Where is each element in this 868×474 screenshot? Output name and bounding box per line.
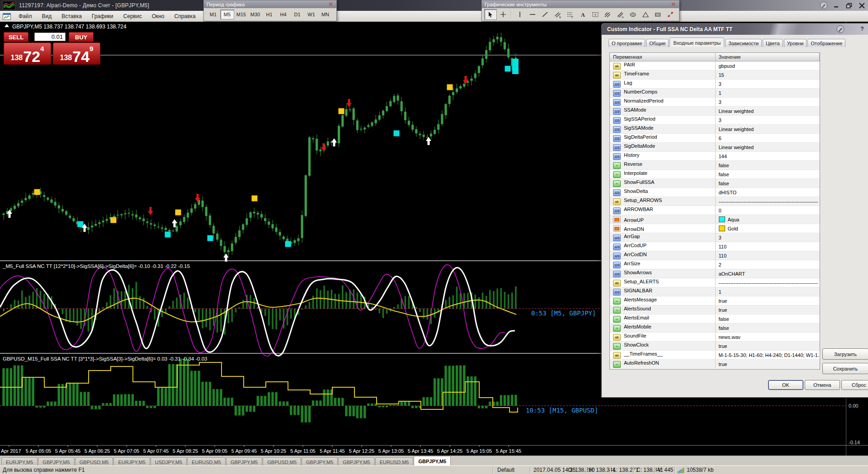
param-value-cell[interactable]: true bbox=[715, 342, 820, 351]
buy-button[interactable]: BUY bbox=[69, 32, 94, 42]
menu-item-файл[interactable]: Файл bbox=[14, 11, 37, 21]
tool-fibo-retracement-icon[interactable]: F bbox=[564, 9, 576, 20]
tool-fibo-channel-icon[interactable]: G bbox=[614, 9, 627, 20]
param-value-cell[interactable]: Linear weighted bbox=[715, 143, 820, 152]
param-row[interactable]: abSoundFilenews.wav bbox=[610, 333, 820, 342]
menu-item-справка[interactable]: Справка bbox=[170, 11, 201, 21]
dialog-tab-2[interactable]: Общие bbox=[646, 39, 669, 47]
param-row[interactable]: ~Reversefalse bbox=[610, 161, 820, 170]
chart-tab-EURUSD,M5[interactable]: EURUSD,M5 bbox=[375, 457, 414, 466]
param-value-cell[interactable]: 3 bbox=[715, 116, 820, 125]
menu-item-сервис[interactable]: Сервис bbox=[118, 11, 147, 21]
menu-item-вид[interactable]: Вид bbox=[37, 11, 57, 21]
chart-tab-GBPJPY,M5[interactable]: GBPJPY,M5 bbox=[226, 457, 262, 466]
param-row[interactable]: abTimeFrame15 bbox=[610, 70, 820, 80]
chart-window-icon[interactable] bbox=[3, 13, 11, 20]
tool-rectangle-icon[interactable] bbox=[652, 9, 665, 20]
param-value-cell[interactable]: true bbox=[715, 296, 820, 305]
close-icon[interactable] bbox=[327, 2, 334, 7]
param-value-cell[interactable]: 6 bbox=[715, 134, 820, 143]
load-button[interactable]: Загрузить bbox=[822, 348, 868, 360]
tool-arrow-tools-icon[interactable] bbox=[664, 9, 677, 20]
param-value-cell[interactable]: news.wav bbox=[715, 333, 820, 342]
param-row[interactable]: 123History144 bbox=[610, 152, 820, 161]
tool-andrews-pitchfork-icon[interactable] bbox=[602, 9, 614, 20]
tool-equidistant-channel-icon[interactable]: E bbox=[552, 9, 564, 20]
param-row[interactable]: abPAIRgbpusd bbox=[610, 61, 820, 70]
param-value-cell[interactable]: 3 bbox=[715, 233, 820, 242]
tool-text-label-icon[interactable]: T bbox=[589, 9, 602, 20]
period-button-D1[interactable]: D1 bbox=[290, 9, 304, 19]
chart-tab-GBPJPY,M5[interactable]: GBPJPY,M5 bbox=[338, 457, 374, 466]
chart-tab-GBPJPY,M5[interactable]: GBPJPY,M5 bbox=[38, 457, 74, 466]
param-value-cell[interactable]: dHISTO bbox=[715, 188, 820, 197]
dialog-tab-4[interactable]: Зависимости bbox=[725, 39, 762, 47]
param-row[interactable]: ~ShowFullSSAfalse bbox=[610, 179, 820, 188]
param-value-cell[interactable]: 110 bbox=[715, 242, 820, 251]
status-profile[interactable]: Default bbox=[497, 467, 514, 473]
chart-tab-EURJPY,M5[interactable]: EURJPY,M5 bbox=[1, 457, 38, 466]
param-value-cell[interactable]: 0 bbox=[715, 206, 820, 215]
tool-ellipse-icon[interactable] bbox=[627, 9, 639, 20]
chart-tab-USDJPY,M5[interactable]: USDJPY,M5 bbox=[151, 457, 187, 466]
menu-item-графики[interactable]: Графики bbox=[87, 11, 118, 21]
tool-text-icon[interactable]: A bbox=[576, 9, 589, 20]
param-value-cell[interactable]: false bbox=[715, 170, 820, 179]
param-row[interactable]: 123SigSSAPeriod3 bbox=[610, 116, 820, 125]
chart-tab-EURUSD,M5[interactable]: EURUSD,M5 bbox=[187, 457, 226, 466]
dialog-titlebar[interactable]: Custom Indicator - Full SSA NC Delta AA … bbox=[602, 23, 868, 35]
param-value-cell[interactable]: 3 bbox=[715, 98, 820, 107]
param-row[interactable]: 123SSAModeLinear weighted bbox=[610, 107, 820, 116]
volume-input[interactable] bbox=[34, 33, 66, 41]
dialog-tab-6[interactable]: Уровни bbox=[784, 39, 807, 47]
param-row[interactable]: ArrowDNGold bbox=[610, 224, 820, 233]
window-titlebar[interactable]: 11297197: Alpari-Demo - Демо Счет - [GBP… bbox=[0, 0, 868, 11]
param-row[interactable]: 123ArrCodDN110 bbox=[610, 251, 820, 260]
restore-button[interactable] bbox=[844, 1, 854, 9]
graphic-toolbar-titlebar[interactable]: Графические инструменты bbox=[482, 0, 679, 8]
param-row[interactable]: ~AlertsMessagetrue bbox=[610, 296, 820, 305]
param-value-cell[interactable]: 2 bbox=[715, 260, 820, 269]
period-button-M30[interactable]: M30 bbox=[248, 9, 262, 19]
reset-button[interactable]: Сброс bbox=[841, 380, 868, 390]
param-value-cell[interactable]: false bbox=[715, 179, 820, 188]
column-header-variable[interactable]: Переменная bbox=[610, 53, 715, 61]
dialog-tab-5[interactable]: Цвета bbox=[763, 39, 783, 47]
parameters-table[interactable]: Переменная Значение abPAIRgbpusdabTimeFr… bbox=[609, 52, 820, 370]
param-value-cell[interactable]: 1 bbox=[715, 287, 820, 296]
param-value-cell[interactable]: 3 bbox=[715, 80, 820, 89]
sell-price-button[interactable]: 138724 bbox=[4, 42, 51, 65]
menu-item-окно[interactable]: Окно bbox=[147, 11, 170, 21]
tool-crosshair-icon[interactable] bbox=[497, 9, 509, 20]
param-value-cell[interactable]: ----------------------------------------… bbox=[715, 278, 820, 287]
dialog-tab-1[interactable]: О программе bbox=[609, 39, 645, 47]
param-row[interactable]: ~AlertsSoundtrue bbox=[610, 305, 820, 314]
close-icon[interactable] bbox=[670, 2, 676, 7]
sell-button[interactable]: SELL bbox=[4, 32, 28, 42]
chart-tab-GBPUSD,M5[interactable]: GBPUSD,M5 bbox=[263, 457, 301, 466]
menu-item-вставка[interactable]: Вставка bbox=[57, 11, 87, 21]
param-value-cell[interactable]: Aqua bbox=[715, 215, 820, 224]
param-value-cell[interactable]: 1 bbox=[715, 89, 820, 98]
param-row[interactable]: 123ARROWBAR0 bbox=[610, 206, 820, 215]
param-value-cell[interactable]: false bbox=[715, 314, 820, 324]
param-row[interactable]: ~AlertsMobilefalse bbox=[610, 324, 820, 333]
period-button-H1[interactable]: H1 bbox=[262, 9, 276, 19]
param-row[interactable]: 123ArrCodUP110 bbox=[610, 242, 820, 251]
param-value-cell[interactable]: 144 bbox=[715, 152, 820, 161]
dialog-tab-7[interactable]: Отображение bbox=[807, 39, 845, 47]
param-row[interactable]: 123SigSSAModeLinear weighted bbox=[610, 125, 820, 134]
param-row[interactable]: 123Lag3 bbox=[610, 80, 820, 89]
tool-vertical-line-icon[interactable] bbox=[514, 9, 526, 20]
period-button-M15[interactable]: M15 bbox=[234, 9, 248, 19]
save-button[interactable]: Сохранить bbox=[822, 363, 868, 374]
param-value-cell[interactable]: true bbox=[715, 305, 820, 314]
dialog-tab-3[interactable]: Входные параметры bbox=[670, 38, 724, 47]
help-button[interactable]: ? bbox=[860, 25, 864, 32]
param-row[interactable]: ~ShowClocktrue bbox=[610, 342, 820, 351]
param-row[interactable]: 123SigDeltaModeLinear weighted bbox=[610, 143, 820, 152]
param-value-cell[interactable]: gbpusd bbox=[715, 61, 820, 70]
param-value-cell[interactable]: M-1-5-15-30; H1-60; H4-240; D1-1440; W1-… bbox=[715, 351, 820, 360]
param-value-cell[interactable]: Gold bbox=[715, 224, 820, 233]
param-row[interactable]: 123SigDeltaPeriod6 bbox=[610, 134, 820, 143]
